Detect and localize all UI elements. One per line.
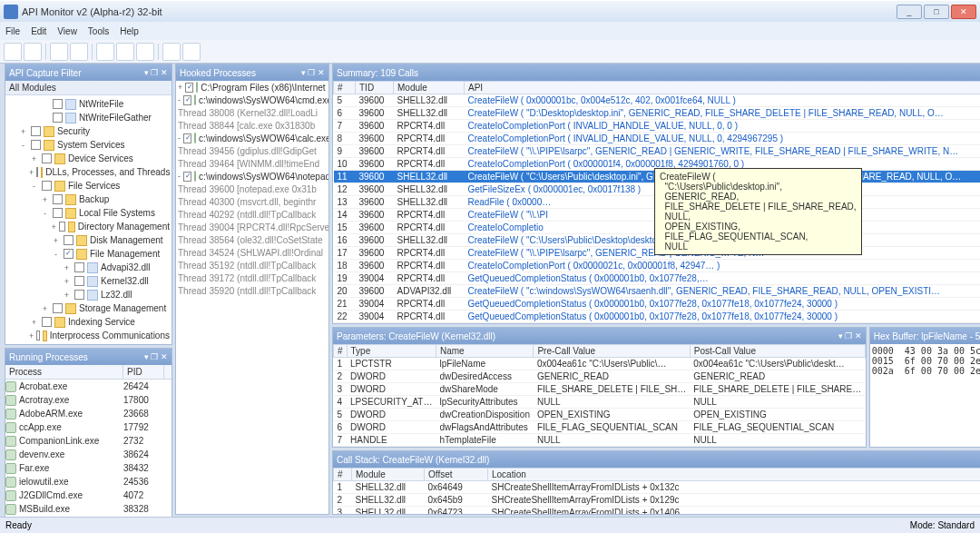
hooked-process[interactable]: -c:\windows\SysWOW64\cmd.exe (Term <box>176 94 328 106</box>
col-header[interactable]: Name <box>436 345 534 358</box>
tree-expander[interactable]: - <box>178 133 181 143</box>
tree-item[interactable]: +Storage Management <box>7 301 170 315</box>
all-modules-dropdown[interactable]: All Modules <box>5 81 172 95</box>
menu-edit[interactable]: Edit <box>31 26 46 36</box>
tree-item[interactable]: +Lz32.dll <box>7 288 170 301</box>
toolbar-button[interactable] <box>116 43 134 61</box>
tree-expander[interactable]: + <box>62 263 72 272</box>
thread-item[interactable]: Thread 35192 (ntdll.dll!TpCallback <box>176 259 328 271</box>
toolbar-button[interactable] <box>4 43 22 61</box>
summary-row[interactable]: 839600RPCRT4.dllCreateIoCompletionPort (… <box>334 133 981 145</box>
process-row[interactable]: CompanionLink.exe2732 <box>5 434 172 448</box>
param-row[interactable]: 5DWORDdwCreationDispositionOPEN_EXISTING… <box>334 409 866 421</box>
tree-expander[interactable]: + <box>18 127 28 136</box>
param-row[interactable]: 3DWORDdwShareModeFILE_SHARE_DELETE | FIL… <box>334 383 866 396</box>
checkbox[interactable] <box>53 194 63 204</box>
thread-item[interactable]: Thread 40300 (msvcrt.dll, beginthr <box>176 195 328 208</box>
param-row[interactable]: 2DWORDdwDesiredAccessGENERIC_READGENERIC… <box>334 370 866 383</box>
menu-tools[interactable]: Tools <box>88 26 109 36</box>
toolbar-button[interactable] <box>96 43 114 61</box>
process-row[interactable]: ielowutil.exe24536 <box>5 475 172 489</box>
toolbar-button[interactable] <box>182 43 201 61</box>
checkbox[interactable] <box>42 317 52 327</box>
tree-item[interactable]: -File Management <box>7 247 170 261</box>
tree-expander[interactable]: + <box>29 318 39 327</box>
tree-item[interactable]: -System Services <box>7 138 170 152</box>
checkbox[interactable] <box>36 331 40 341</box>
hooked-process[interactable]: +C:\Program Files (x86)\Internet Explore <box>176 81 328 94</box>
callstack-row[interactable]: 3SHELL32.dll0x64723SHCreateShellItemArra… <box>334 507 981 515</box>
tree-expander[interactable]: + <box>62 277 72 286</box>
checkbox[interactable] <box>31 140 41 150</box>
thread-item[interactable]: Thread 38844 [calc.exe 0x31830b <box>176 119 328 132</box>
col-header[interactable]: Offset <box>425 469 488 481</box>
checkbox[interactable] <box>53 113 63 123</box>
checkbox[interactable] <box>42 153 52 163</box>
summary-row[interactable]: 539600SHELL32.dllCreateFileW ( 0x000001b… <box>334 94 981 107</box>
thread-item[interactable]: Thread 38008 (Kernel32.dll!LoadLi <box>176 106 328 119</box>
checkbox[interactable] <box>64 249 74 259</box>
col-header[interactable]: # <box>334 345 348 358</box>
process-row[interactable]: devenv.exe38624 <box>5 448 172 461</box>
checkbox[interactable] <box>74 276 84 286</box>
tree-item[interactable]: +Interprocess Communications <box>7 329 170 342</box>
checkbox[interactable] <box>183 133 191 143</box>
checkbox[interactable] <box>74 262 84 272</box>
thread-item[interactable]: Thread 39004 [RPCRT4.dll!RpcServe <box>176 221 328 233</box>
tree-expander[interactable]: + <box>178 83 182 92</box>
toolbar-button[interactable] <box>70 43 88 61</box>
tree-expander[interactable]: + <box>40 195 50 204</box>
checkbox[interactable] <box>53 99 63 109</box>
summary-row[interactable]: 739600RPCRT4.dllCreateIoCompletionPort (… <box>334 120 981 133</box>
col-pid[interactable]: PID <box>123 365 164 379</box>
param-row[interactable]: 7HANDLEhTemplateFileNULLNULL <box>334 434 866 447</box>
tree-item[interactable]: +Indexing Service <box>7 315 170 329</box>
callstack-row[interactable]: 2SHELL32.dll0x645b9SHCreateShellItemArra… <box>334 494 981 507</box>
checkbox[interactable] <box>59 222 65 232</box>
menu-view[interactable]: View <box>57 26 77 36</box>
panel-ctrl[interactable]: ▾ ❐ ✕ <box>144 352 168 361</box>
close-button[interactable]: ✕ <box>951 5 976 19</box>
menu-file[interactable]: File <box>5 26 20 36</box>
summary-row[interactable]: 939600RPCRT4.dllCreateFileW ( "\\.\PIPE\… <box>334 145 981 158</box>
tree-expander[interactable]: + <box>29 331 34 341</box>
panel-ctrl[interactable]: ▾ ❐ ✕ <box>144 68 168 77</box>
thread-item[interactable]: Thread 39600 [notepad.exe 0x31b <box>176 183 328 195</box>
toolbar-button[interactable] <box>136 43 154 61</box>
col-process[interactable]: Process <box>5 365 123 379</box>
maximize-button[interactable]: □ <box>924 5 949 19</box>
tree-item[interactable]: +Backup <box>7 192 170 206</box>
checkbox[interactable] <box>74 290 84 300</box>
tree-item[interactable]: +Kernel32.dll <box>7 274 170 288</box>
hooked-process[interactable]: -c:\windows\SysWOW64\notepad.exe <box>176 170 328 183</box>
col-header[interactable]: Module <box>352 469 425 481</box>
checkbox[interactable] <box>31 126 41 136</box>
tree-expander[interactable]: + <box>51 236 61 245</box>
checkbox[interactable] <box>64 235 74 245</box>
param-row[interactable]: 6DWORDdwFlagsAndAttributesFILE_FLAG_SEQU… <box>334 421 866 434</box>
thread-item[interactable]: Thread 38564 (ole32.dll!CoSetState <box>176 233 328 246</box>
col-header[interactable]: Post-Call Value <box>690 345 865 358</box>
tree-item[interactable]: +Device Services <box>7 152 170 165</box>
col-header[interactable]: # <box>334 469 352 481</box>
summary-row[interactable]: 639600SHELL32.dllCreateFileW ( "D:\Deskt… <box>334 107 981 120</box>
summary-row[interactable]: 2039600ADVAPI32.dllCreateFileW ( "c:\win… <box>334 285 981 298</box>
panel-ctrl[interactable]: ▾ ❐ ✕ <box>301 68 325 77</box>
panel-ctrl[interactable]: ▾ ❐ ✕ <box>838 331 862 341</box>
tree-item[interactable]: -Local File Systems <box>7 206 170 220</box>
tree-expander[interactable]: - <box>178 95 181 104</box>
thread-item[interactable]: Thread 39464 [WINMM.dll!timeEnd <box>176 157 328 170</box>
tree-item[interactable]: NtWriteFile <box>7 97 170 111</box>
col-header[interactable]: # <box>334 82 356 94</box>
tree-expander[interactable]: - <box>40 209 50 218</box>
tree-item[interactable]: NtWriteFileGather <box>7 111 170 124</box>
tree-expander[interactable]: + <box>29 154 39 163</box>
tree-expander[interactable]: + <box>51 222 56 232</box>
menu-help[interactable]: Help <box>120 26 139 36</box>
tree-expander[interactable]: - <box>51 250 61 259</box>
process-row[interactable]: Far.exe38432 <box>5 461 172 475</box>
summary-row[interactable]: 1939004RPCRT4.dllGetQueuedCompletionStat… <box>334 272 981 285</box>
col-header[interactable]: API <box>465 82 981 94</box>
checkbox[interactable] <box>42 181 52 191</box>
summary-row[interactable]: 2239004RPCRT4.dllGetQueuedCompletionStat… <box>334 311 981 323</box>
